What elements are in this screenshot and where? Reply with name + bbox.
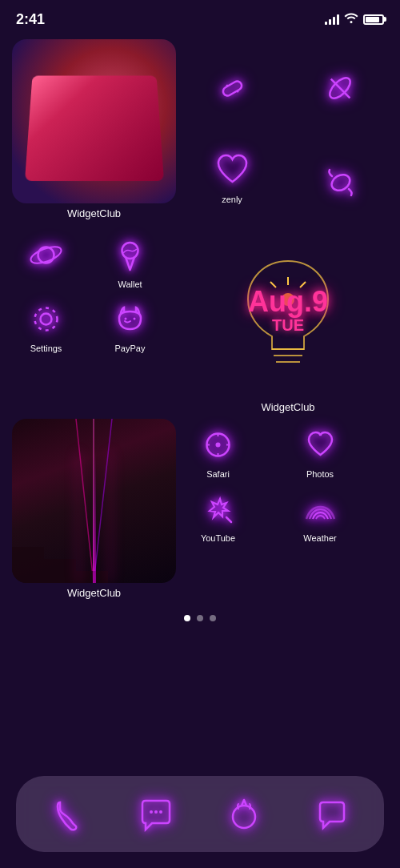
weather-icon	[298, 487, 342, 531]
widget-date: Aug.9	[248, 287, 328, 316]
widget-label-2: WidgetClub	[261, 401, 314, 413]
unicorn-icon	[224, 794, 264, 834]
widget-label-1: WidgetClub	[67, 207, 121, 219]
heart-icon	[210, 148, 254, 192]
page-dots	[0, 615, 400, 621]
row-1: WidgetClub	[12, 39, 388, 223]
svg-point-30	[154, 810, 158, 814]
svg-point-29	[150, 810, 153, 814]
svg-line-22	[94, 419, 112, 583]
dot-1[interactable]	[184, 615, 190, 621]
dot-3[interactable]	[210, 615, 216, 621]
speech-icon	[312, 794, 352, 834]
photos-label: Photos	[306, 469, 334, 479]
home-screen: WidgetClub	[0, 35, 400, 603]
widget-club-street[interactable]: WidgetClub	[12, 419, 176, 599]
pill-icon-cell[interactable]	[306, 62, 374, 115]
svg-point-1	[226, 84, 228, 86]
right-icons-grid-2: Safari Photos YouTube	[184, 419, 388, 547]
widget-club-lightbulb[interactable]: Aug.9 TUE WidgetClub	[188, 229, 388, 413]
icecream-icon	[108, 233, 152, 277]
svg-line-20	[76, 419, 94, 583]
weather-label: Weather	[303, 533, 336, 543]
safari-icon	[196, 423, 240, 467]
dot-2[interactable]	[197, 615, 203, 621]
paypay-icon-cell[interactable]: PayPay	[96, 293, 164, 357]
paypay-label: PayPay	[115, 344, 146, 353]
svg-point-24	[216, 443, 221, 448]
svg-point-10	[35, 308, 58, 331]
wallet-label: Wallet	[118, 279, 142, 289]
devil-icon	[108, 297, 152, 341]
signal-icon	[325, 14, 339, 25]
svg-point-11	[125, 318, 127, 320]
youtube-label: YouTube	[201, 533, 235, 543]
heart-icon-cell[interactable]: zenly	[198, 144, 266, 208]
dock-speech[interactable]	[306, 788, 358, 840]
youtube-icon-cell[interactable]: YouTube	[184, 483, 252, 547]
left-icons-col: Wallet Settings Pa	[12, 229, 180, 357]
row-2: Wallet Settings Pa	[12, 229, 388, 413]
battery-icon	[363, 14, 384, 25]
pill-icon	[318, 66, 362, 111]
dock-messages[interactable]	[130, 788, 182, 840]
settings-label: Settings	[30, 344, 62, 353]
widget-club-laptop[interactable]: WidgetClub	[12, 39, 176, 219]
svg-point-12	[134, 318, 136, 320]
phone-icon	[48, 794, 88, 834]
svg-point-32	[233, 806, 255, 828]
widget-label-3: WidgetClub	[67, 587, 121, 599]
svg-point-9	[41, 314, 52, 325]
svg-point-31	[159, 810, 162, 814]
messages-icon	[136, 794, 176, 834]
widget-day: TUE	[248, 316, 328, 335]
planet-icon-cell[interactable]	[12, 229, 80, 293]
dock-phone[interactable]	[42, 788, 94, 840]
dock	[16, 776, 384, 852]
bandaid-icon	[210, 66, 254, 111]
bandaid-icon-cell[interactable]	[198, 62, 266, 115]
photos-icon-cell[interactable]: Photos	[286, 419, 354, 483]
settings-icon	[24, 297, 68, 341]
candy-icon-cell[interactable]	[306, 156, 374, 208]
weather-icon-cell[interactable]: Weather	[286, 483, 354, 547]
status-icons	[325, 12, 384, 26]
svg-rect-0	[221, 79, 242, 97]
row-3: WidgetClub Safari Ph	[12, 419, 388, 599]
safari-label: Safari	[206, 469, 230, 479]
settings-icon-cell[interactable]: Settings	[12, 293, 80, 357]
status-time: 2:41	[16, 11, 45, 28]
svg-point-6	[38, 247, 54, 263]
svg-point-2	[236, 90, 238, 92]
dock-unicorn[interactable]	[218, 788, 270, 840]
planet-icon	[24, 233, 68, 277]
wifi-icon	[344, 12, 358, 26]
photos-icon	[298, 423, 342, 467]
right-icons-grid: zenly	[184, 39, 388, 223]
icecream-icon-cell[interactable]: Wallet	[96, 229, 164, 293]
candy-icon	[318, 160, 362, 204]
zenly-label: zenly	[222, 195, 242, 204]
safari-icon-cell[interactable]: Safari	[184, 419, 252, 483]
youtube-icon	[196, 487, 240, 531]
status-bar: 2:41	[0, 0, 400, 35]
